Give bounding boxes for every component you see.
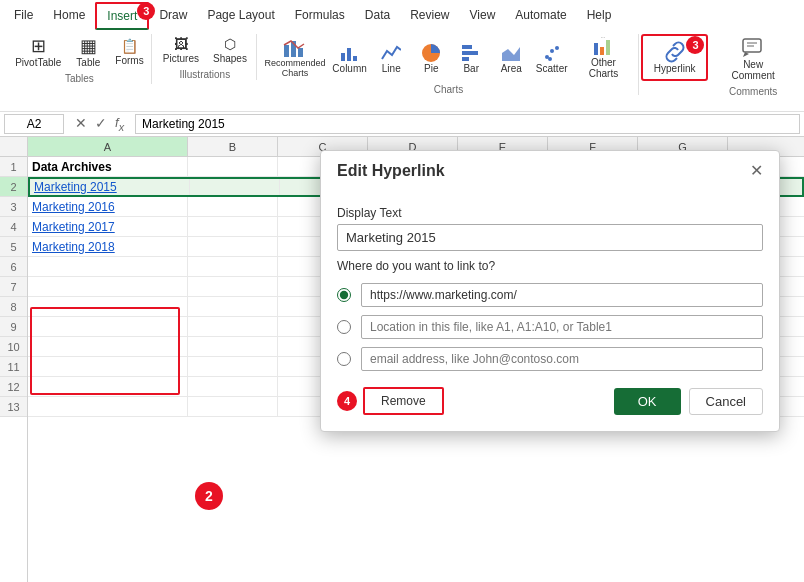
hyperlink-icon (663, 41, 687, 63)
illustrations-group-label: Illustrations (180, 69, 231, 80)
display-text-input[interactable] (337, 224, 763, 251)
column-label: Column (332, 63, 366, 74)
dialog-footer: 4 Remove OK Cancel (337, 387, 763, 415)
hyperlink-label: Hyperlink (654, 63, 696, 74)
file-location-option (337, 315, 763, 339)
forms-button[interactable]: 📋 Forms (110, 36, 148, 69)
line-chart-button[interactable]: Line (373, 40, 409, 77)
pictures-label: Pictures (163, 53, 199, 64)
bar-label: Bar (463, 63, 479, 74)
tab-automate[interactable]: Automate (505, 2, 576, 30)
web-url-input[interactable] (361, 283, 763, 307)
email-radio[interactable] (337, 352, 351, 366)
forms-label: Forms (115, 55, 143, 66)
comments-group-label: Comments (729, 86, 777, 97)
shapes-icon: ⬡ (224, 37, 236, 51)
bar-chart-button[interactable]: Bar (453, 40, 489, 77)
line-label: Line (382, 63, 401, 74)
formula-input[interactable]: Marketing 2015 (135, 114, 800, 134)
pivot-table-button[interactable]: ⊞ PivotTable (10, 34, 66, 71)
row-num-3: 3 (0, 197, 27, 217)
table-icon: ▦ (80, 37, 97, 55)
cancel-formula-icon[interactable]: ✕ (72, 115, 90, 133)
formula-controls: ✕ ✓ fx (68, 115, 131, 133)
recommended-charts-button[interactable]: RecommendedCharts (264, 34, 326, 82)
other-charts-label: Other Charts (579, 57, 628, 79)
svg-rect-15 (594, 43, 598, 55)
table-button[interactable]: ▦ Table (70, 34, 106, 71)
row-num-6: 6 (0, 257, 27, 277)
svg-rect-8 (462, 51, 478, 55)
tab-insert-label: Insert (107, 9, 137, 23)
scatter-chart-button[interactable]: Scatter (533, 40, 570, 77)
row-num-12: 12 (0, 377, 27, 397)
cell-a1[interactable]: Data Archives (28, 157, 188, 176)
shapes-button[interactable]: ⬡ Shapes (208, 34, 252, 67)
dialog-action-buttons: OK Cancel (614, 388, 763, 415)
tab-insert[interactable]: Insert 3 (95, 2, 149, 30)
column-chart-icon (340, 43, 360, 63)
row-num-2: 2 (0, 177, 27, 197)
pie-chart-button[interactable]: Pie (413, 40, 449, 77)
new-comment-button[interactable]: New Comment (718, 34, 788, 84)
cell-a5[interactable]: Marketing 2018 (28, 237, 188, 256)
row-num-10: 10 (0, 337, 27, 357)
pictures-icon: 🖼 (174, 37, 188, 51)
other-charts-button[interactable]: ··· Other Charts (574, 34, 633, 82)
area-chart-button[interactable]: Area (493, 40, 529, 77)
cell-a2[interactable]: Marketing 2015 (30, 179, 190, 195)
cell-b4[interactable] (188, 217, 278, 236)
ok-button[interactable]: OK (614, 388, 681, 415)
svg-rect-5 (353, 56, 357, 61)
file-location-input[interactable] (361, 315, 763, 339)
insert-function-icon[interactable]: fx (112, 115, 127, 133)
confirm-formula-icon[interactable]: ✓ (92, 115, 110, 133)
row-num-7: 7 (0, 277, 27, 297)
cell-b2[interactable] (190, 179, 280, 195)
svg-rect-16 (600, 47, 604, 55)
shapes-label: Shapes (213, 53, 247, 64)
col-header-b[interactable]: B (188, 137, 278, 156)
svg-marker-10 (502, 47, 520, 61)
svg-point-12 (550, 49, 554, 53)
remove-button[interactable]: Remove (363, 387, 444, 415)
cell-b3[interactable] (188, 197, 278, 216)
tab-view[interactable]: View (460, 2, 506, 30)
web-url-option (337, 283, 763, 307)
cell-b1[interactable] (188, 157, 278, 176)
file-location-radio[interactable] (337, 320, 351, 334)
cancel-button[interactable]: Cancel (689, 388, 763, 415)
link-destination-label: Where do you want to link to? (337, 259, 763, 273)
forms-icon: 📋 (121, 39, 138, 53)
svg-text:···: ··· (601, 37, 605, 40)
tab-review[interactable]: Review (400, 2, 459, 30)
cell-a4[interactable]: Marketing 2017 (28, 217, 188, 236)
web-url-radio[interactable] (337, 288, 351, 302)
cell-a3[interactable]: Marketing 2016 (28, 197, 188, 216)
cell-reference-input[interactable]: A2 (4, 114, 64, 134)
tab-help[interactable]: Help (577, 2, 622, 30)
email-input[interactable] (361, 347, 763, 371)
column-chart-button[interactable]: Column (330, 40, 369, 77)
cell-b5[interactable] (188, 237, 278, 256)
tab-formulas[interactable]: Formulas (285, 2, 355, 30)
email-option (337, 347, 763, 371)
pie-chart-icon (421, 43, 441, 63)
svg-point-13 (555, 46, 559, 50)
tab-data[interactable]: Data (355, 2, 400, 30)
row-num-4: 4 (0, 217, 27, 237)
dialog-close-button[interactable]: ✕ (750, 161, 763, 180)
pivot-table-icon: ⊞ (31, 37, 46, 55)
svg-rect-2 (298, 48, 303, 57)
link-options (337, 283, 763, 371)
svg-rect-4 (347, 48, 351, 61)
tab-page-layout[interactable]: Page Layout (197, 2, 284, 30)
col-header-a[interactable]: A (28, 137, 188, 156)
svg-rect-0 (284, 45, 289, 57)
tab-draw[interactable]: Draw (149, 2, 197, 30)
tab-file[interactable]: File (4, 2, 43, 30)
tab-home[interactable]: Home (43, 2, 95, 30)
pictures-button[interactable]: 🖼 Pictures (158, 34, 204, 67)
scatter-label: Scatter (536, 63, 568, 74)
other-charts-icon: ··· (593, 37, 613, 57)
